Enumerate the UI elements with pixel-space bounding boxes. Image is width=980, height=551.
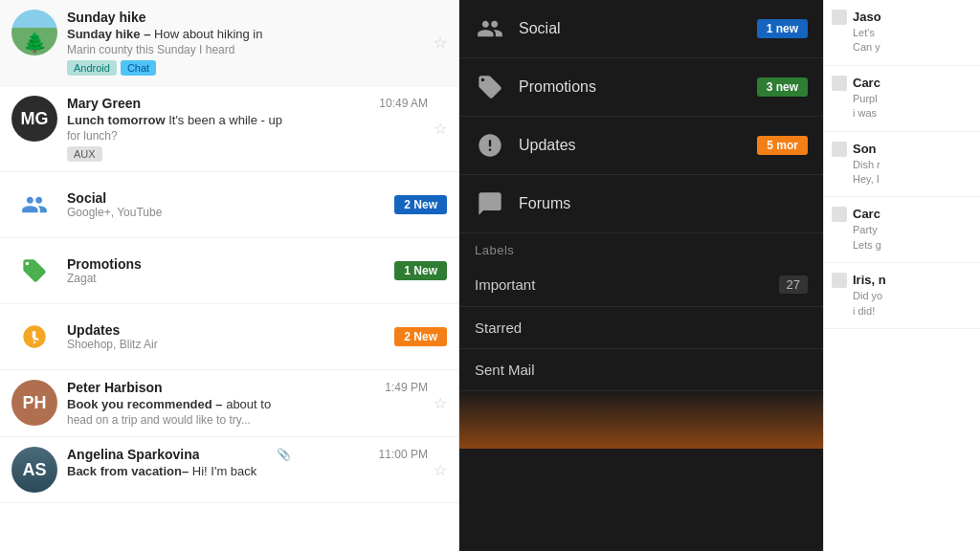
- avatar-mary-green: MG: [11, 96, 57, 142]
- updates-category-senders: Shoehop, Blitz Air: [67, 338, 394, 351]
- email-content-angelina: Angelina Sparkovina 📎 11:00 PM Back from…: [67, 447, 428, 480]
- thread-preview-carol2: PartyLets g: [853, 223, 881, 253]
- email-item-peter-harbison[interactable]: PH Peter Harbison 1:49 PM Book you recom…: [0, 370, 458, 437]
- thread-jason-header: Jaso Let'sCan y: [832, 10, 972, 55]
- nav-updates[interactable]: Updates 5 mor: [459, 117, 823, 175]
- tags-sunday-hike: Android Chat: [67, 60, 428, 76]
- star-icon-sunday-hike[interactable]: ☆: [434, 33, 447, 52]
- category-social[interactable]: Social Google+, YouTube 2 New: [0, 172, 458, 238]
- checkbox-carol1[interactable]: [832, 76, 847, 91]
- avatar-peter-harbison: PH: [11, 380, 57, 426]
- tags-mary-green: AUX: [67, 146, 428, 162]
- thread-sona-header: Son Dish rHey, I: [832, 142, 972, 187]
- nav-forums-icon: [475, 188, 505, 219]
- category-promotions[interactable]: Promotions Zagat 1 New: [0, 238, 458, 304]
- promotions-category-icon: [11, 248, 57, 294]
- thread-preview-carol1: Purpli was: [853, 92, 880, 121]
- email-header-sunday-hike: Sunday hike: [67, 10, 428, 25]
- time-mary-green: 10:49 AM: [379, 97, 428, 110]
- email-list: Sunday hike Sunday hike – How about hiki…: [0, 0, 459, 551]
- nav-social[interactable]: Social 1 new: [459, 0, 823, 58]
- nav-forums-label: Forums: [519, 195, 808, 212]
- updates-badge: 2 New: [394, 327, 447, 346]
- thread-sender-carol2: Carc: [853, 207, 881, 221]
- nav-labels-header: Labels: [459, 233, 823, 263]
- time-peter-harbison: 1:49 PM: [385, 381, 428, 394]
- nav-panel: Social 1 new Promotions 3 new Updates 5 …: [459, 0, 823, 551]
- nav-label-important-count: 27: [779, 276, 808, 294]
- promotions-category-info: Promotions Zagat: [67, 256, 394, 285]
- nav-bottom-decoration: [459, 391, 823, 449]
- thread-carol2-header: Carc PartyLets g: [832, 207, 972, 253]
- thread-sender-iris: Iris, n: [853, 273, 886, 287]
- nav-promotions[interactable]: Promotions 3 new: [459, 58, 823, 117]
- nav-social-label: Social: [519, 20, 757, 37]
- thread-item-carol2[interactable]: Carc PartyLets g: [824, 197, 980, 263]
- nav-label-sent[interactable]: Sent Mail: [459, 349, 823, 391]
- thread-carol1-header: Carc Purpli was: [832, 76, 972, 121]
- email-header-peter-harbison: Peter Harbison 1:49 PM: [67, 380, 428, 395]
- thread-preview-jason: Let'sCan y: [853, 26, 881, 55]
- social-category-name: Social: [67, 190, 394, 206]
- email-item-mary-green[interactable]: MG Mary Green 10:49 AM Lunch tomorrow It…: [0, 86, 458, 172]
- tag-android: Android: [67, 60, 117, 76]
- preview-sunday-hike: Marin county this Sunday I heard: [67, 43, 428, 56]
- email-content-peter-harbison: Peter Harbison 1:49 PM Book you recommen…: [67, 380, 428, 427]
- social-category-senders: Google+, YouTube: [67, 206, 394, 219]
- nav-promotions-badge: 3 new: [757, 77, 808, 97]
- nav-promotions-icon: [475, 72, 505, 102]
- nav-label-starred[interactable]: Starred: [459, 307, 823, 349]
- category-updates[interactable]: Updates Shoehop, Blitz Air 2 New: [0, 304, 458, 370]
- sender-mary-green: Mary Green: [67, 96, 141, 111]
- star-icon-angelina[interactable]: ☆: [434, 461, 447, 479]
- email-item-sunday-hike[interactable]: Sunday hike Sunday hike – How about hiki…: [0, 0, 458, 86]
- nav-label-important[interactable]: Important 27: [459, 263, 823, 307]
- social-badge: 2 New: [394, 195, 447, 214]
- avatar-angelina: AS: [11, 447, 57, 493]
- nav-forums[interactable]: Forums: [459, 175, 823, 233]
- thread-item-iris[interactable]: Iris, n Did yoi did!: [824, 263, 980, 329]
- checkbox-jason[interactable]: [832, 10, 847, 25]
- star-icon-peter-harbison[interactable]: ☆: [434, 394, 447, 412]
- checkbox-carol2[interactable]: [832, 207, 847, 222]
- updates-category-info: Updates Shoehop, Blitz Air: [67, 322, 394, 351]
- nav-social-icon: [475, 13, 505, 44]
- nav-promotions-label: Promotions: [519, 78, 757, 96]
- email-header-angelina: Angelina Sparkovina 📎 11:00 PM: [67, 447, 428, 462]
- thread-preview-iris: Did yoi did!: [853, 289, 886, 319]
- thread-item-sona[interactable]: Son Dish rHey, I: [824, 132, 980, 198]
- time-angelina: 11:00 PM: [379, 448, 428, 461]
- nav-updates-label: Updates: [519, 137, 757, 154]
- social-category-info: Social Google+, YouTube: [67, 190, 394, 219]
- sender-angelina: Angelina Sparkovina: [67, 447, 199, 462]
- sender-peter-harbison: Peter Harbison: [67, 380, 163, 395]
- email-item-angelina[interactable]: AS Angelina Sparkovina 📎 11:00 PM Back f…: [0, 437, 458, 503]
- checkbox-sona[interactable]: [832, 142, 847, 157]
- preview-mary-green: for lunch?: [67, 129, 428, 143]
- promotions-badge: 1 New: [394, 261, 447, 280]
- subject-peter-harbison: Book you recommended – about to: [67, 397, 428, 411]
- avatar-sunday-hike: [11, 10, 57, 55]
- preview-peter-harbison: head on a trip and would like to try...: [67, 413, 428, 427]
- thread-sender-jason: Jaso: [853, 10, 881, 24]
- thread-item-carol1[interactable]: Carc Purpli was: [824, 66, 980, 132]
- subject-mary-green: Lunch tomorrow It's been a while - up: [67, 113, 428, 127]
- attach-icon-angelina: 📎: [277, 448, 291, 461]
- thread-item-jason[interactable]: Jaso Let'sCan y: [824, 0, 980, 66]
- thread-panel: Jaso Let'sCan y Carc Purpli was Son Dish…: [823, 0, 980, 551]
- nav-social-badge: 1 new: [757, 19, 808, 38]
- star-icon-mary-green[interactable]: ☆: [434, 120, 447, 138]
- subject-sunday-hike: Sunday hike – How about hiking in: [67, 27, 428, 41]
- sender-sunday-hike: Sunday hike: [67, 10, 145, 25]
- nav-label-sent-text: Sent Mail: [475, 362, 808, 378]
- thread-sender-sona: Son: [853, 142, 880, 156]
- email-content-mary-green: Mary Green 10:49 AM Lunch tomorrow It's …: [67, 96, 428, 162]
- nav-label-starred-text: Starred: [475, 320, 808, 336]
- tag-chat: Chat: [121, 60, 156, 76]
- email-content-sunday-hike: Sunday hike Sunday hike – How about hiki…: [67, 10, 428, 76]
- social-category-icon: [11, 182, 57, 228]
- svg-point-2: [33, 342, 35, 343]
- checkbox-iris[interactable]: [832, 273, 847, 288]
- nav-updates-badge: 5 mor: [757, 136, 808, 155]
- email-header-mary-green: Mary Green 10:49 AM: [67, 96, 428, 111]
